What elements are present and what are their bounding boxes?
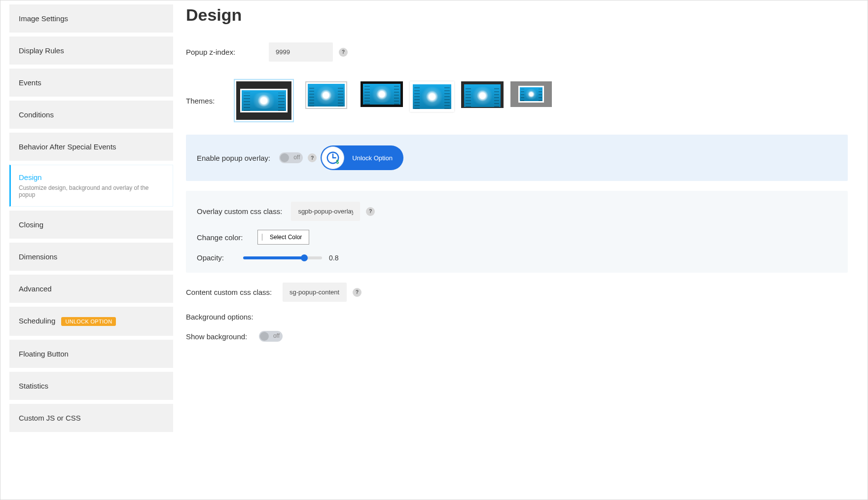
- overlay-css-label: Overlay custom css class:: [197, 207, 282, 215]
- sidebar-item-behavior-after-special-events[interactable]: Behavior After Special Events: [9, 133, 173, 161]
- toggle-off-label: off: [293, 154, 300, 161]
- themes-row: Themes:: [186, 81, 848, 120]
- sidebar-item-conditions[interactable]: Conditions: [9, 101, 173, 129]
- sidebar-item-label: Closing: [19, 220, 43, 229]
- zindex-input[interactable]: [269, 42, 333, 62]
- theme-option-4[interactable]: [410, 81, 454, 112]
- sidebar-item-description: Customize design, background and overlay…: [19, 184, 165, 198]
- svg-text:$: $: [336, 159, 339, 165]
- sidebar-item-display-rules[interactable]: Display Rules: [9, 36, 173, 65]
- help-icon[interactable]: ?: [366, 207, 375, 216]
- content-css-input[interactable]: [283, 283, 347, 302]
- sidebar-item-advanced[interactable]: Advanced: [9, 275, 173, 303]
- theme-option-1[interactable]: [236, 81, 291, 120]
- unlock-option-badge: UNLOCK OPTION: [61, 317, 116, 326]
- toggle-knob: [260, 332, 269, 341]
- zindex-label: Popup z-index:: [186, 48, 260, 56]
- opacity-value: 0.8: [329, 254, 338, 262]
- overlay-css-input[interactable]: [291, 202, 360, 221]
- show-background-label: Show background:: [186, 332, 250, 341]
- sidebar-item-custom-js-css[interactable]: Custom JS or CSS: [9, 404, 173, 432]
- content-css-label: Content custom css class:: [186, 288, 274, 296]
- themes-label: Themes:: [186, 97, 215, 105]
- theme-option-5[interactable]: [461, 81, 504, 108]
- unlock-option-label: Unlock Option: [352, 154, 393, 162]
- overlay-settings-panel: Overlay custom css class: ? Change color…: [186, 191, 848, 273]
- background-options-header: Background options:: [186, 313, 848, 321]
- settings-sidebar: Image Settings Display Rules Events Cond…: [0, 0, 173, 500]
- sidebar-item-label: Design: [19, 173, 165, 181]
- page-title: Design: [186, 5, 848, 25]
- sidebar-item-label: Floating Button: [19, 350, 69, 358]
- help-icon[interactable]: ?: [339, 48, 348, 57]
- sidebar-item-statistics[interactable]: Statistics: [9, 372, 173, 400]
- sidebar-item-label: Custom JS or CSS: [19, 414, 81, 422]
- sidebar-item-scheduling[interactable]: Scheduling UNLOCK OPTION: [9, 307, 173, 336]
- theme-option-6[interactable]: [510, 81, 552, 107]
- sidebar-item-label: Display Rules: [19, 46, 64, 55]
- sidebar-item-label: Scheduling: [19, 317, 55, 325]
- content-css-row: Content custom css class: ?: [186, 283, 848, 302]
- theme-option-3[interactable]: [361, 81, 403, 107]
- sidebar-item-label: Events: [19, 78, 41, 87]
- help-icon[interactable]: ?: [353, 288, 362, 297]
- sidebar-item-floating-button[interactable]: Floating Button: [9, 340, 173, 368]
- change-color-label: Change color:: [197, 233, 249, 242]
- opacity-label: Opacity:: [197, 253, 234, 262]
- clock-dollar-icon: $: [322, 146, 344, 169]
- sidebar-item-label: Statistics: [19, 382, 48, 390]
- themes-list: [236, 81, 552, 120]
- unlock-option-button[interactable]: $ Unlock Option: [321, 145, 403, 170]
- theme-option-2[interactable]: [298, 81, 354, 109]
- sidebar-item-label: Conditions: [19, 110, 54, 119]
- sidebar-item-label: Behavior After Special Events: [19, 143, 116, 151]
- sidebar-item-image-settings[interactable]: Image Settings: [9, 4, 173, 33]
- zindex-row: Popup z-index: ?: [186, 42, 848, 62]
- opacity-slider[interactable]: [243, 256, 322, 259]
- sidebar-item-events[interactable]: Events: [9, 69, 173, 97]
- help-icon[interactable]: ?: [308, 153, 317, 162]
- sidebar-item-label: Advanced: [19, 285, 52, 293]
- sidebar-item-closing[interactable]: Closing: [9, 211, 173, 239]
- show-background-toggle[interactable]: off: [259, 331, 283, 342]
- sidebar-item-design[interactable]: Design Customize design, background and …: [9, 165, 173, 207]
- sidebar-item-label: Dimensions: [19, 252, 57, 261]
- sidebar-item-dimensions[interactable]: Dimensions: [9, 243, 173, 271]
- toggle-knob: [280, 153, 289, 162]
- sidebar-item-label: Image Settings: [19, 14, 68, 23]
- main-content: Design Popup z-index: ? Themes:: [173, 0, 868, 500]
- enable-overlay-label: Enable popup overlay:: [197, 154, 270, 162]
- enable-overlay-toggle[interactable]: off: [279, 152, 303, 163]
- select-color-button[interactable]: Select Color: [257, 230, 309, 245]
- overlay-enable-panel: Enable popup overlay: off ? $: [186, 135, 848, 181]
- show-background-row: Show background: off: [186, 331, 848, 342]
- toggle-off-label: off: [273, 332, 280, 339]
